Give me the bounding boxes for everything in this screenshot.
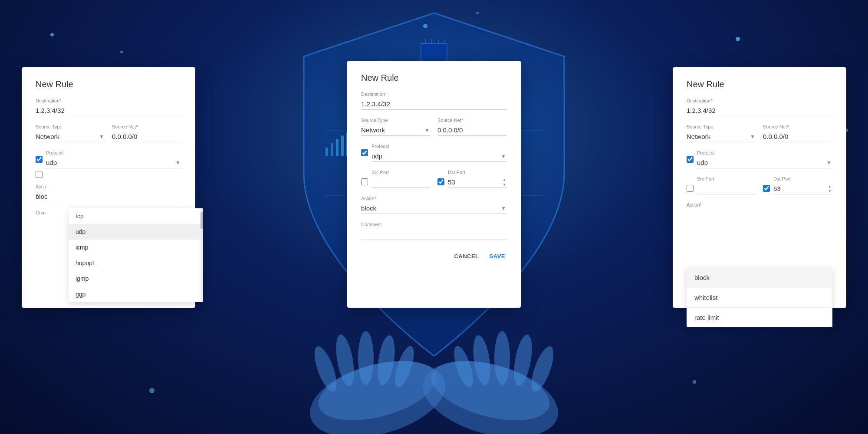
source-type-label-1: Source Type	[36, 124, 105, 129]
dst-port-label-3: Dst Port	[773, 176, 832, 181]
action-field-1: Actio bloc	[36, 184, 181, 202]
dst-port-input-wrapper-2: ▲ ▼	[448, 177, 507, 188]
action-option-rate-limit[interactable]: rate limit	[687, 308, 832, 327]
svg-point-29	[50, 33, 54, 36]
src-port-field-2: Src Port	[372, 170, 431, 188]
protocol-checkbox-2[interactable]	[361, 149, 368, 156]
protocol-option-icmp[interactable]: icmp	[69, 240, 203, 255]
dialog-1: New Rule Destination* Source Type Networ…	[22, 67, 195, 308]
source-net-input-2[interactable]	[437, 125, 507, 136]
comment-field-2: Comment	[361, 222, 507, 240]
svg-point-30	[120, 51, 123, 53]
dialog-2-title: New Rule	[361, 73, 507, 83]
source-type-select-wrapper-1: Network Host Any ▼	[36, 131, 105, 142]
dst-port-spinners-3: ▲ ▼	[827, 184, 832, 194]
protocol-field-3: Protocol tcp udp icmp ▼	[697, 150, 832, 168]
dst-port-checkbox-2[interactable]	[437, 178, 444, 185]
dst-port-spinners-2: ▲ ▼	[502, 178, 507, 187]
dst-port-up-3[interactable]: ▲	[827, 184, 832, 189]
dropdown-scrollbar-1[interactable]	[201, 208, 203, 302]
destination-field-3: Destination*	[687, 98, 832, 116]
src-port-label-3: Src Port	[697, 176, 756, 181]
protocol-option-tcp[interactable]: tcp	[69, 208, 203, 224]
source-type-select-3[interactable]: Network Host Any	[687, 131, 756, 142]
source-row-3: Source Type Network Host Any ▼ Source Ne…	[687, 124, 832, 150]
dst-port-input-3[interactable]	[773, 183, 832, 194]
second-checkbox-row-1	[36, 171, 181, 178]
source-net-field-1: Source Net*	[112, 124, 181, 142]
source-type-select-wrapper-3: Network Host Any ▼	[687, 131, 756, 142]
source-type-label-3: Source Type	[687, 124, 756, 129]
dst-port-input-2[interactable]	[448, 177, 507, 188]
second-checkbox-1[interactable]	[36, 171, 43, 178]
cancel-button-2[interactable]: CANCEL	[452, 250, 480, 262]
protocol-option-hopopt[interactable]: hopopt	[69, 255, 203, 271]
src-port-input-2[interactable]	[372, 177, 431, 188]
save-button-2[interactable]: SAVE	[488, 250, 507, 262]
destination-input-1[interactable]	[36, 105, 181, 116]
action-select-wrapper-2: block whitelist rate limit ▼	[361, 203, 507, 214]
protocol-row-3: Protocol tcp udp icmp ▼	[687, 150, 832, 168]
comment-input-2[interactable]	[361, 229, 507, 240]
source-net-input-1[interactable]	[112, 131, 181, 142]
source-row-2: Source Type Network Host Any ▼ Source Ne…	[361, 118, 507, 144]
dialogs-container: New Rule Destination* Source Type Networ…	[0, 65, 868, 308]
dialog-2-footer: CANCEL SAVE	[361, 250, 507, 262]
protocol-field-2: Protocol tcp udp icmp ▼	[372, 144, 507, 162]
action-label-3: Action*	[687, 202, 832, 207]
action-select-2[interactable]: block whitelist rate limit	[361, 203, 507, 214]
destination-label-1: Destination*	[36, 98, 181, 103]
source-type-field-3: Source Type Network Host Any ▼	[687, 124, 756, 142]
dst-port-down-3[interactable]: ▼	[827, 189, 832, 194]
protocol-checkbox-1[interactable]	[36, 156, 43, 163]
protocol-select-1[interactable]: tcp udp icmp hopopt igmp ggp	[46, 157, 181, 168]
dialog-1-title: New Rule	[36, 79, 181, 89]
svg-point-48	[358, 331, 374, 385]
source-row-1: Source Type Network Host Any ▼ Source Ne…	[36, 124, 181, 150]
action-field-2: Action* block whitelist rate limit ▼	[361, 196, 507, 214]
protocol-option-ggp[interactable]: ggp	[69, 286, 203, 302]
protocol-field-1: Protocol tcp udp icmp hopopt igmp ggp ▼	[46, 150, 181, 168]
dst-port-down-2[interactable]: ▼	[502, 183, 507, 187]
protocol-checkbox-3[interactable]	[687, 156, 694, 163]
dst-port-cell-2: Dst Port ▲ ▼	[437, 170, 507, 188]
source-type-select-2[interactable]: Network Host Any	[361, 125, 431, 136]
svg-point-39	[693, 380, 696, 384]
protocol-select-3[interactable]: tcp udp icmp	[697, 157, 832, 168]
source-type-select-1[interactable]: Network Host Any	[36, 131, 105, 142]
dialog-3-title: New Rule	[687, 79, 832, 89]
src-port-field-3: Src Port	[697, 176, 756, 194]
port-row-2: Src Port Dst Port ▲ ▼	[361, 170, 507, 188]
port-row-3: Src Port Dst Port ▲ ▼	[687, 176, 832, 194]
dst-port-input-wrapper-3: ▲ ▼	[773, 183, 832, 194]
src-port-checkbox-2[interactable]	[361, 178, 368, 185]
dst-port-field-3: Dst Port ▲ ▼	[773, 176, 832, 194]
action-label-1: Actio	[36, 184, 181, 189]
action-option-whitelist[interactable]: whitelist	[687, 288, 832, 308]
src-port-checkbox-3[interactable]	[687, 185, 694, 192]
source-net-label-1: Source Net*	[112, 124, 181, 129]
svg-point-53	[494, 331, 510, 385]
src-port-cell-2: Src Port	[361, 170, 431, 188]
protocol-label-3: Protocol	[697, 150, 832, 155]
source-net-field-3: Source Net*	[763, 124, 832, 142]
protocol-dropdown-1: tcp udp icmp hopopt igmp ggp	[69, 208, 203, 302]
action-option-block[interactable]: block	[687, 268, 832, 288]
destination-input-2[interactable]	[361, 99, 507, 110]
dst-port-checkbox-3[interactable]	[763, 185, 770, 192]
protocol-select-wrapper-2: tcp udp icmp ▼	[372, 151, 507, 162]
protocol-option-udp[interactable]: udp	[69, 224, 203, 240]
protocol-option-igmp[interactable]: igmp	[69, 271, 203, 286]
source-net-input-3[interactable]	[763, 131, 832, 142]
svg-point-40	[423, 24, 427, 28]
svg-point-31	[736, 37, 740, 41]
dst-port-up-2[interactable]: ▲	[502, 178, 507, 182]
protocol-row-1: Protocol tcp udp icmp hopopt igmp ggp ▼	[36, 150, 181, 168]
protocol-select-wrapper-1: tcp udp icmp hopopt igmp ggp ▼	[46, 157, 181, 168]
protocol-row-2: Protocol tcp udp icmp ▼	[361, 144, 507, 162]
destination-input-3[interactable]	[687, 105, 832, 116]
protocol-select-2[interactable]: tcp udp icmp	[372, 151, 507, 162]
src-port-input-3[interactable]	[697, 183, 756, 194]
src-port-cell-3: Src Port	[687, 176, 756, 194]
source-net-field-2: Source Net*	[437, 118, 507, 136]
